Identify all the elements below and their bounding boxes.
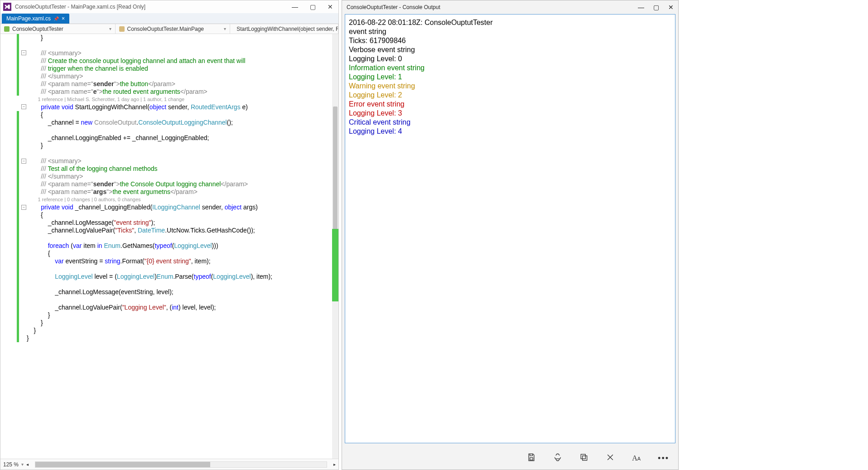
font-size-icon[interactable]: AA [632, 454, 641, 462]
csharp-project-icon [4, 26, 10, 32]
nav-project-label: ConsoleOuptutTester [12, 26, 63, 32]
scrollbar-thumb[interactable] [35, 462, 210, 467]
change-indicator [17, 34, 19, 96]
code-text-area[interactable]: } /// <summary> /// Create the console o… [27, 34, 338, 459]
console-line: event string [349, 27, 671, 36]
pin-icon[interactable]: 📌 [53, 16, 59, 21]
console-line: Logging Level: 0 [349, 54, 671, 63]
code-line: _channel.LogValuePair("Ticks", DateTime.… [27, 227, 338, 234]
zoom-level[interactable]: 125 % [3, 461, 19, 468]
console-line: Information event string [349, 63, 671, 73]
editor-gutter [0, 34, 27, 459]
scrollbar-change-mark [332, 229, 338, 301]
nav-member-dropdown[interactable]: StartLoggingWithChannel(object sender, R… [230, 24, 338, 34]
fold-toggle[interactable] [21, 159, 26, 164]
fold-toggle[interactable] [21, 50, 26, 55]
console-title-text: ConsoleOuptutTester - Console Output [347, 4, 638, 10]
vs-titlebar[interactable]: ConsoleOuptutTester - MainPage.xaml.cs [… [0, 0, 338, 13]
code-line: /// <summary> [27, 157, 338, 165]
code-line: /// </summary> [27, 173, 338, 180]
maximize-button[interactable]: ▢ [653, 4, 659, 11]
code-line: /// <param name="sender">the Console Out… [27, 180, 338, 188]
code-line: _channel.LoggingEnabled += _channel_Logg… [27, 134, 338, 142]
chevron-down-icon: ▾ [109, 26, 111, 31]
code-line: private void StartLoggingWithChannel(obj… [27, 103, 338, 111]
nav-type-label: ConsoleOuptutTester.MainPage [127, 26, 204, 32]
code-line: var eventString = string.Format("{0} eve… [27, 257, 338, 265]
hscroll-right[interactable]: ▸ [333, 462, 336, 467]
nav-type-dropdown[interactable]: ConsoleOuptutTester.MainPage ▾ [116, 24, 231, 34]
code-line: { [27, 111, 338, 119]
code-line: } [27, 142, 338, 150]
close-button[interactable]: ✕ [668, 4, 674, 11]
code-line: /// <param name="e">the routed event arg… [27, 88, 338, 96]
minimize-button[interactable]: — [638, 4, 644, 11]
console-line: Critical event string [349, 118, 671, 127]
console-line: Logging Level: 2 [349, 91, 671, 100]
class-icon [119, 26, 125, 32]
hscroll-left[interactable]: ◂ [26, 462, 29, 467]
clear-icon[interactable] [606, 453, 615, 464]
code-line: /// <param name="args">the event argumet… [27, 188, 338, 196]
code-line: foreach (var item in Enum.GetNames(typeo… [27, 242, 338, 250]
code-line: /// trigger when the channel is enabled [27, 65, 338, 73]
vs-title-text: ConsoleOuptutTester - MainPage.xaml.cs [… [15, 4, 289, 10]
console-line: Logging Level: 3 [349, 109, 671, 118]
visual-studio-icon [3, 3, 11, 11]
horizontal-scrollbar[interactable] [35, 461, 327, 468]
nav-member-label: StartLoggingWithChannel(object sender, R… [236, 26, 338, 32]
more-icon[interactable]: ••• [658, 454, 669, 463]
console-output-area[interactable]: 2016-08-22 08:01:18Z: ConsoleOuptutTeste… [345, 14, 675, 443]
tab-label: MainPage.xaml.cs [6, 15, 51, 22]
svg-rect-2 [581, 454, 586, 459]
maximize-button[interactable]: ▢ [307, 3, 318, 10]
tab-close-icon[interactable]: × [62, 15, 65, 22]
visual-studio-window: ConsoleOuptutTester - MainPage.xaml.cs [… [0, 0, 339, 470]
copy-icon[interactable] [579, 453, 588, 464]
console-toolbar: AA ••• [342, 447, 678, 470]
fold-toggle[interactable] [21, 104, 26, 109]
code-line: { [27, 250, 338, 257]
code-line: 1 reference | 0 changes | 0 authors, 0 c… [27, 196, 338, 204]
code-line: } [27, 334, 338, 342]
console-line: Logging Level: 1 [349, 73, 671, 82]
code-line: /// Create the console ouput logging cha… [27, 57, 338, 65]
console-titlebar[interactable]: ConsoleOuptutTester - Console Output — ▢… [342, 0, 678, 14]
console-line: Verbose event string [349, 45, 671, 54]
code-line: /// Test all of the logging channel meth… [27, 165, 338, 173]
save-icon[interactable] [527, 453, 536, 464]
recycle-icon[interactable] [553, 453, 562, 464]
console-line: Error event string [349, 100, 671, 109]
code-line [27, 296, 338, 304]
zoom-dropdown-icon[interactable]: ▾ [21, 462, 24, 467]
code-line: } [27, 327, 338, 334]
code-line: _channel.LogMessage("event string"); [27, 219, 338, 227]
code-line: /// <param name="sender">the button</par… [27, 80, 338, 88]
code-line [27, 150, 338, 157]
code-line: /// <summary> [27, 49, 338, 57]
svg-rect-1 [583, 455, 587, 460]
code-line: private void _channel_LoggingEnabled(ILo… [27, 204, 338, 211]
console-line: Warning event string [349, 82, 671, 91]
close-button[interactable]: ✕ [325, 3, 336, 10]
code-line [27, 281, 338, 288]
code-line: 1 reference | Michael S. Scherotter, 1 d… [27, 96, 338, 103]
console-line: 2016-08-22 08:01:18Z: ConsoleOuptutTeste… [349, 18, 671, 27]
code-editor[interactable]: } /// <summary> /// Create the console o… [0, 34, 338, 459]
vertical-scrollbar[interactable] [332, 34, 338, 459]
vs-navigation-bar: ConsoleOuptutTester ▾ ConsoleOuptutTeste… [0, 24, 338, 34]
nav-project-dropdown[interactable]: ConsoleOuptutTester ▾ [0, 24, 116, 34]
code-line: /// </summary> [27, 73, 338, 80]
vs-tab-mainpage[interactable]: MainPage.xaml.cs 📌 × [2, 14, 69, 24]
code-line: LoggingLevel level = (LoggingLevel)Enum.… [27, 273, 338, 281]
code-line: _channel = new ConsoleOutput.ConsoleOutp… [27, 119, 338, 126]
minimize-button[interactable]: — [289, 3, 301, 10]
code-line [27, 42, 338, 49]
console-line: Ticks: 617909846 [349, 36, 671, 45]
svg-rect-0 [530, 457, 533, 460]
console-output-window: ConsoleOuptutTester - Console Output — ▢… [342, 0, 679, 470]
code-line: _channel.LogMessage(eventString, level); [27, 288, 338, 296]
fold-toggle[interactable] [21, 205, 26, 210]
code-line: _channel.LogValuePair("Logging Level", (… [27, 304, 338, 311]
console-line: Logging Level: 4 [349, 127, 671, 136]
